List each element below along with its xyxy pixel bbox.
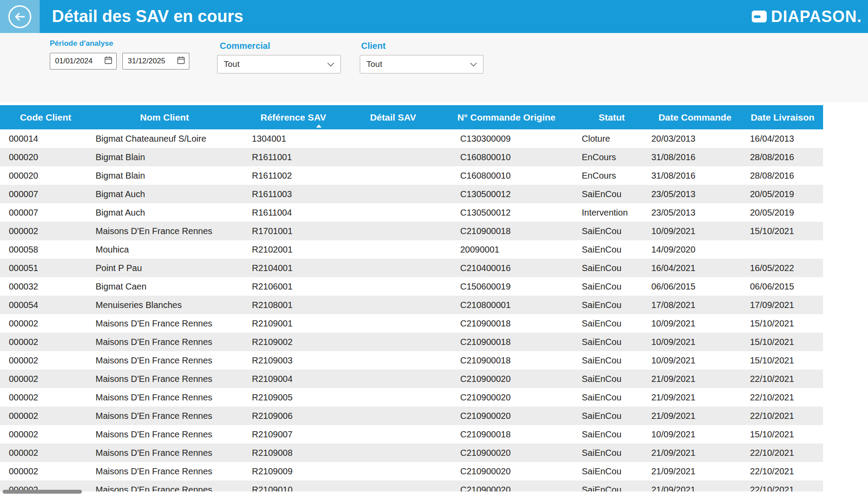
table-row[interactable]: 000032Bigmat CaenR2106001C150600019SaiEn…: [0, 277, 823, 296]
chevron-down-icon: [327, 59, 334, 69]
cell-statut: Intervention: [576, 203, 648, 222]
calendar-icon[interactable]: [104, 56, 113, 67]
cell-date-livraison: 20/05/2019: [742, 203, 823, 222]
calendar-icon[interactable]: [177, 56, 185, 67]
cell-nom-client: Maisons D'En France Rennes: [91, 407, 238, 425]
commercial-dropdown-value: Tout: [224, 59, 240, 69]
cell-detail-sav: [349, 148, 437, 166]
diapason-logo-text: DIAPASON.: [771, 7, 862, 26]
cell-date-commande: 10/09/2021: [648, 222, 742, 240]
report-page: Détail des SAV en cours DIAPASON. Périod…: [0, 0, 868, 495]
cell-code-client: 000002: [0, 444, 91, 462]
table-row[interactable]: 000002Maisons D'En France RennesR1701001…: [0, 222, 823, 240]
table-row[interactable]: 000002Maisons D'En France RennesR2109003…: [0, 351, 823, 370]
cell-detail-sav: [349, 407, 437, 425]
table-row[interactable]: 000014Bigmat Chateauneuf S/Loire1304001C…: [0, 129, 823, 148]
cell-nom-client: Maisons D'En France Rennes: [91, 425, 238, 444]
cell-num-commande-origine: C210900020: [437, 444, 576, 462]
cell-date-commande: 10/09/2021: [648, 333, 742, 351]
commercial-dropdown[interactable]: Tout: [217, 55, 341, 73]
cell-date-livraison: 16/05/2022: [742, 259, 823, 277]
table-row[interactable]: 000002Maisons D'En France RennesR2109007…: [0, 425, 823, 444]
cell-reference-sav: R2109010: [238, 480, 349, 491]
cell-reference-sav: R2109004: [238, 370, 349, 388]
cell-date-commande: 21/09/2021: [648, 388, 742, 407]
sav-table: Code ClientNom ClientRéférence SAVDétail…: [0, 105, 823, 491]
table-row[interactable]: 000020Bigmat BlainR1611002C160800010EnCo…: [0, 166, 823, 185]
column-header-reference-sav[interactable]: Référence SAV: [238, 105, 349, 129]
cell-num-commande-origine: C210800001: [437, 296, 576, 314]
cell-date-livraison: 22/10/2021: [742, 407, 823, 425]
column-header-label: N° Commande Origine: [457, 112, 555, 123]
column-header-date-livraison[interactable]: Date Livraison: [742, 105, 823, 129]
cell-code-client: 000002: [0, 407, 91, 425]
cell-date-livraison: 17/09/2021: [742, 296, 823, 314]
column-header-detail-sav[interactable]: Détail SAV: [349, 105, 437, 129]
cell-nom-client: Bigmat Caen: [91, 277, 238, 296]
column-header-label: Nom Client: [140, 112, 189, 123]
cell-statut: SaiEnCou: [576, 370, 648, 388]
table-row[interactable]: 000002Maisons D'En France RennesR2109002…: [0, 333, 823, 351]
cell-num-commande-origine: C160800010: [437, 166, 576, 185]
cell-detail-sav: [349, 333, 437, 351]
back-button[interactable]: [0, 0, 40, 33]
cell-date-livraison: [742, 240, 823, 259]
cell-date-commande: 16/04/2021: [648, 259, 742, 277]
period-end-input[interactable]: 31/12/2025: [122, 53, 189, 70]
table-row[interactable]: 000007Bigmat AuchR1611004C130500012Inter…: [0, 203, 823, 222]
table-row[interactable]: 000054Menuiseries BlanchesR2108001C21080…: [0, 296, 823, 314]
column-header-date-commande[interactable]: Date Commande: [648, 105, 742, 129]
table-row[interactable]: 000002Maisons D'En France RennesR2109006…: [0, 407, 823, 425]
cell-date-commande: 31/08/2016: [648, 166, 742, 185]
period-start-input[interactable]: 01/01/2024: [50, 53, 117, 70]
column-header-statut[interactable]: Statut: [576, 105, 648, 129]
column-header-label: Statut: [598, 112, 625, 123]
cell-reference-sav: R2106001: [238, 277, 349, 296]
cell-date-commande: 10/09/2021: [648, 314, 742, 333]
cell-nom-client: Bigmat Auch: [91, 203, 238, 222]
cell-date-livraison: 15/10/2021: [742, 333, 823, 351]
cell-code-client: 000007: [0, 203, 91, 222]
cell-date-commande: 20/03/2013: [648, 129, 742, 148]
table-row[interactable]: 000051Point P PauR2104001C210400016SaiEn…: [0, 259, 823, 277]
table-row[interactable]: 000058MouhicaR210200120090001SaiEnCou14/…: [0, 240, 823, 259]
cell-reference-sav: R2108001: [238, 296, 349, 314]
commercial-label: Commercial: [220, 41, 270, 51]
table-row[interactable]: 000002Maisons D'En France RennesR2109009…: [0, 462, 823, 480]
cell-reference-sav: R1701001: [238, 222, 349, 240]
cell-date-livraison: 15/10/2021: [742, 314, 823, 333]
cell-reference-sav: 1304001: [238, 129, 349, 148]
cell-date-livraison: 22/10/2021: [742, 388, 823, 407]
cell-detail-sav: [349, 222, 437, 240]
horizontal-scrollbar[interactable]: [3, 490, 82, 494]
cell-date-commande: 10/09/2021: [648, 425, 742, 444]
column-header-nom-client[interactable]: Nom Client: [91, 105, 238, 129]
cell-date-livraison: 20/05/2019: [742, 185, 823, 203]
cell-detail-sav: [349, 462, 437, 480]
table-row[interactable]: 000002Maisons D'En France RennesR2109004…: [0, 370, 823, 388]
cell-date-commande: 23/05/2013: [648, 203, 742, 222]
diapason-logo-icon: [752, 11, 767, 22]
cell-detail-sav: [349, 480, 437, 491]
cell-detail-sav: [349, 259, 437, 277]
cell-code-client: 000002: [0, 333, 91, 351]
table-row[interactable]: 000002Maisons D'En France RennesR2109008…: [0, 444, 823, 462]
table-row[interactable]: 000002Maisons D'En France RennesR2109001…: [0, 314, 823, 333]
table-row[interactable]: 000002Maisons D'En France RennesR2109005…: [0, 388, 823, 407]
table-row[interactable]: 000002Maisons D'En France RennesR2109010…: [0, 480, 823, 491]
sort-asc-icon: [316, 125, 321, 128]
column-header-label: Référence SAV: [260, 112, 326, 123]
cell-date-commande: 10/09/2021: [648, 351, 742, 370]
cell-reference-sav: R1611002: [238, 166, 349, 185]
cell-date-livraison: 22/10/2021: [742, 444, 823, 462]
cell-code-client: 000051: [0, 259, 91, 277]
client-dropdown-value: Tout: [366, 59, 382, 69]
cell-num-commande-origine: C210400016: [437, 259, 576, 277]
table-row[interactable]: 000007Bigmat AuchR1611003C130500012SaiEn…: [0, 185, 823, 203]
column-header-code-client[interactable]: Code Client: [0, 105, 91, 129]
column-header-label: Date Livraison: [751, 112, 815, 123]
cell-nom-client: Bigmat Chateauneuf S/Loire: [91, 129, 238, 148]
table-row[interactable]: 000020Bigmat BlainR1611001C160800010EnCo…: [0, 148, 823, 166]
column-header-num-commande-origine[interactable]: N° Commande Origine: [437, 105, 576, 129]
client-dropdown[interactable]: Tout: [360, 55, 484, 73]
